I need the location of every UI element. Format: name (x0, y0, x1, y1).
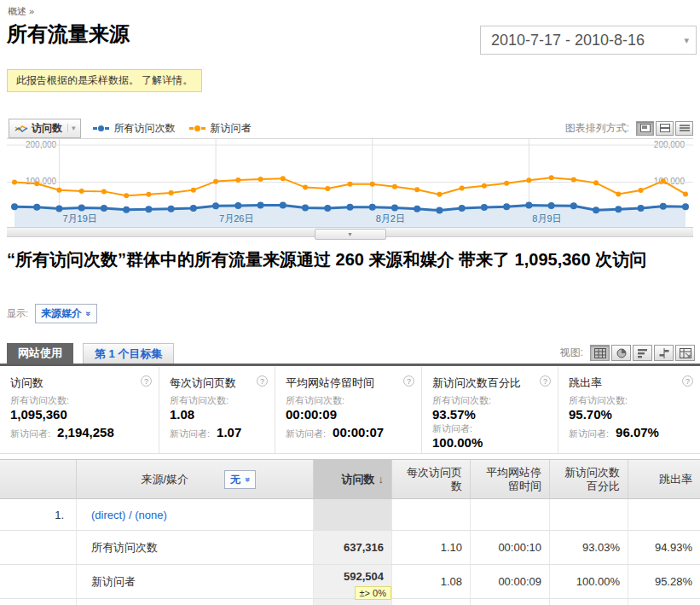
time-cell (471, 599, 550, 605)
scorecard-new-label: 新访问者: (10, 428, 50, 439)
row-index: 1. (0, 499, 77, 531)
date-range-value: 2010-7-17 - 2010-8-16 (491, 32, 684, 49)
chart-layout-single-button[interactable] (636, 121, 654, 136)
bounce-column-header[interactable]: 跳出率 (628, 460, 700, 498)
scorecard-title: 平均网站停留时间 (286, 375, 414, 391)
view-performance-button[interactable] (633, 345, 652, 361)
chart-scrollbar[interactable]: ▼ (7, 227, 693, 237)
breadcrumb-overview-link[interactable]: 概述 (8, 6, 26, 16)
traffic-chart[interactable]: 200,000 100,000 200,000 100,000 7月19日7月2… (7, 139, 693, 227)
learn-more-link[interactable]: 了解详情。 (142, 74, 193, 86)
chart-module: 访问数 ▾ 所有访问次数 新访问者 图表排列方式: (7, 118, 693, 237)
source-link[interactable]: (direct) / (none) (91, 509, 167, 521)
view-table-button[interactable] (590, 345, 610, 361)
x-axis-label: 7月26日 (219, 212, 253, 225)
views-label: 视图: (560, 346, 583, 360)
blue-series-marker-icon (93, 125, 109, 131)
scorecard-all-label: 所有访问次数: (432, 394, 551, 407)
headline-part1: “所有访问次数”群体中的所有流量来源通过 (7, 250, 336, 269)
breadcrumb: 概述 » (8, 5, 34, 18)
visits-column-header[interactable]: 访问数 ↓ (314, 460, 392, 498)
source-cell: (direct) / (none) (77, 499, 314, 531)
chart-metric-label: 访问数 (32, 121, 62, 136)
time-cell: 00:00:10 (471, 531, 550, 565)
view-percentage-button[interactable] (611, 345, 631, 361)
scorecard-visits: 访问数 ? 所有访问次数: 1,095,360 新访问者:2,194,258 (0, 367, 159, 453)
date-range-selector[interactable]: 2010-7-17 - 2010-8-16 ▾ (480, 26, 697, 55)
visits-cell (314, 599, 392, 605)
view-bars-icon (637, 348, 649, 358)
dimension-select[interactable]: 来源媒介 » (35, 304, 97, 323)
bounce-cell (628, 599, 700, 605)
time-column-header[interactable]: 平均网站停留时间 (471, 460, 550, 498)
new-pct-cell: 93.03% (550, 531, 628, 565)
legend-label-new-visitors: 新访问者 (211, 121, 252, 136)
display-row: 显示: 来源媒介 » (7, 304, 97, 323)
pages-cell: 1.08 (392, 565, 471, 599)
mini-chart-icon (14, 124, 28, 133)
visits-cell: 637,316 (314, 531, 392, 565)
layout-single-icon (640, 124, 651, 132)
view-pivot-icon (680, 348, 691, 358)
scorecard-new-visit-pct: 新访问次数百分比 ? 所有访问次数: 93.57% 新访问者: 100.00% (422, 367, 558, 453)
new-pct-cell (550, 599, 628, 605)
help-icon[interactable]: ? (257, 375, 268, 387)
headline-part3: 次访问 (591, 250, 647, 269)
secondary-dimension-value: 无 (230, 473, 240, 486)
source-cell (77, 599, 314, 605)
view-table-icon (594, 348, 606, 358)
scorecard-all-value: 93.57% (432, 407, 551, 422)
headline-part2: 来源和媒介 带来了 (364, 250, 515, 269)
legend-label-all-visits: 所有访问次数 (114, 121, 176, 136)
chart-metric-button[interactable]: 访问数 ▾ (9, 119, 81, 138)
scorecard-new-value: 00:00:07 (333, 425, 384, 439)
secondary-dimension-select[interactable]: 无 » (224, 470, 256, 489)
layout-list-icon (680, 124, 690, 132)
chart-layout-stacked-button[interactable] (656, 121, 674, 136)
visits-column-label: 访问数 (342, 473, 375, 486)
scorecard-title: 跳出率 (569, 375, 693, 391)
dimension-select-value: 来源媒介 (41, 306, 82, 321)
x-axis-label: 8月9日 (532, 212, 561, 225)
table-group-row: 1. (direct) / (none) (0, 499, 700, 531)
view-controls: 视图: (560, 345, 695, 361)
visits-cell (314, 499, 392, 531)
breadcrumb-separator: » (29, 6, 34, 16)
legend-item-all-visits[interactable]: 所有访问次数 (93, 121, 176, 136)
view-pivot-button[interactable] (675, 345, 695, 361)
headline-source-count: 260 (336, 250, 364, 269)
help-icon[interactable]: ? (682, 375, 693, 387)
chart-layout-list-button[interactable] (675, 121, 693, 136)
index-column-header (0, 460, 77, 498)
scorecard-pages-per-visit: 每次访问页数 ? 所有访问次数: 1.08 新访问者:1.07 (159, 367, 275, 453)
new-pct-cell (550, 499, 628, 531)
sampling-notice-text: 此报告根据的是采样数据。 (16, 74, 139, 86)
new-pct-column-header[interactable]: 新访问次数百分比 (550, 460, 628, 498)
help-icon[interactable]: ? (540, 375, 551, 387)
scorecard-all-value: 95.70% (569, 407, 693, 422)
legend-item-new-visitors[interactable]: 新访问者 (189, 121, 252, 136)
visits-cell: 592,504 ±> 0% (314, 565, 392, 599)
row-index (0, 565, 77, 599)
scorecard-new-value: 96.07% (616, 425, 659, 439)
report-headline: “所有访问次数”群体中的所有流量来源通过 260 来源和媒介 带来了 1,095… (7, 247, 696, 271)
tab-site-usage[interactable]: 网站使用 (7, 343, 73, 364)
bounce-cell: 95.28% (628, 565, 700, 599)
headline-visits-count: 1,095,360 (515, 250, 591, 269)
bounce-cell: 94.93% (628, 531, 700, 565)
view-comparison-button[interactable] (654, 345, 674, 361)
x-axis-label: 7月19日 (62, 212, 96, 225)
new-pct-cell: 100.00% (550, 565, 628, 599)
scorecard-new-value: 1.07 (217, 425, 241, 439)
pages-cell (392, 499, 471, 531)
help-icon[interactable]: ? (141, 375, 152, 387)
help-icon[interactable]: ? (403, 375, 414, 387)
pages-column-header[interactable]: 每次访问页数 (392, 460, 471, 498)
scorecard-new-label: 新访问者: (432, 422, 551, 435)
scorecard-title: 访问数 (10, 375, 152, 391)
chart-scroll-handle[interactable]: ▼ (315, 229, 386, 240)
chevron-down-icon: » (240, 477, 254, 482)
row-index (0, 531, 77, 565)
tab-goal-set[interactable]: 第 1 个目标集 (83, 343, 174, 364)
x-axis-label: 8月2日 (376, 212, 405, 225)
